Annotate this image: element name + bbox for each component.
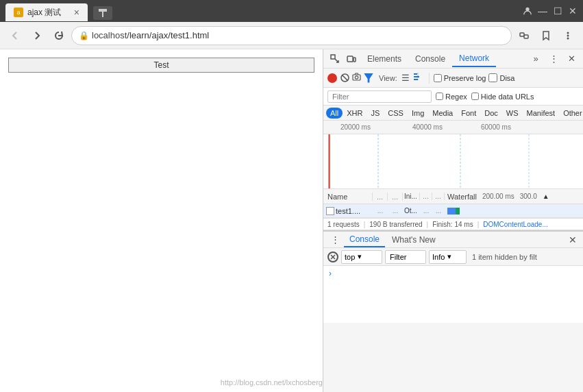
td-col3: ... <box>388 207 403 215</box>
waterfall-bar <box>447 208 460 215</box>
address-bar[interactable]: 🔒 localhost/learn/ajax/test1.html <box>71 26 512 45</box>
timeline-mark-20k: 20000 ms <box>340 123 371 131</box>
status-requests: 1 requests <box>327 221 360 228</box>
console-prompt[interactable]: › <box>329 269 578 278</box>
devtools-more: » ⋮ ✕ <box>528 51 579 66</box>
svg-rect-12 <box>353 75 360 80</box>
devtools-settings-button[interactable]: ⋮ <box>546 51 561 66</box>
nav-actions <box>514 26 578 45</box>
tab-close-button[interactable]: × <box>74 7 79 18</box>
console-clear-button[interactable] <box>327 252 338 262</box>
filter-button[interactable] <box>364 73 373 83</box>
hide-data-urls-input[interactable] <box>471 93 479 100</box>
tab-favicon: a <box>14 8 23 17</box>
th-col3[interactable]: ... <box>388 193 403 201</box>
regex-input[interactable] <box>436 93 443 100</box>
th-name[interactable]: Name <box>325 193 373 201</box>
devtools-close-button[interactable]: ✕ <box>564 51 579 66</box>
forward-button[interactable] <box>27 26 47 45</box>
status-transferred: 190 B transferred <box>369 221 422 228</box>
network-status-bar: 1 requests | 190 B transferred | Finish:… <box>323 218 583 230</box>
console-toolbar: top ▾ Filter Info ▾ 1 item hidden by fil… <box>323 248 583 266</box>
type-filter-other[interactable]: Other <box>559 108 583 119</box>
type-filter-all[interactable]: All <box>326 108 343 119</box>
th-col5[interactable]: ... <box>420 193 432 200</box>
console-filter-input[interactable]: Filter <box>385 250 426 264</box>
type-filters: All XHR JS CSS Img Media Font Doc WS Man… <box>323 106 583 121</box>
svg-rect-15 <box>414 76 419 77</box>
type-filter-font[interactable]: Font <box>457 108 480 119</box>
svg-point-1 <box>525 8 529 11</box>
th-ini[interactable]: Ini... <box>403 193 420 200</box>
profile-icon[interactable] <box>523 6 532 16</box>
preserve-log-input[interactable] <box>434 74 442 82</box>
regex-checkbox[interactable]: Regex <box>436 93 467 101</box>
console-close-button[interactable]: ✕ <box>567 234 579 246</box>
tab-console[interactable]: Console <box>408 51 452 66</box>
back-button[interactable] <box>5 26 25 45</box>
record-button[interactable] <box>327 73 337 83</box>
minimize-button[interactable]: — <box>538 6 547 16</box>
type-filter-img[interactable]: Img <box>408 108 428 119</box>
type-filter-ws[interactable]: WS <box>502 108 523 119</box>
console-context-label: top <box>345 253 355 261</box>
disable-cache-checkbox[interactable]: Disa <box>488 73 514 82</box>
browser-tab[interactable]: a ajax 测试 × <box>5 3 88 21</box>
url-path: /learn/ajax/test1.html <box>127 30 209 40</box>
preserve-log-checkbox[interactable]: Preserve log <box>434 74 486 82</box>
test-button[interactable]: Test <box>8 58 314 73</box>
console-level-dropdown[interactable]: Info ▾ <box>429 250 467 264</box>
more-button[interactable] <box>558 26 578 45</box>
waterfall-sort-icon: ▲ <box>543 193 549 200</box>
translate-button[interactable] <box>514 26 534 45</box>
device-toggle-button[interactable] <box>344 51 359 66</box>
filter-input[interactable] <box>327 90 432 103</box>
svg-rect-8 <box>347 56 353 62</box>
type-filter-manifest[interactable]: Manifest <box>523 108 560 119</box>
timeline-mark-40k: 40000 ms <box>412 123 443 131</box>
close-button[interactable]: ✕ <box>568 6 578 16</box>
tab-console-drawer[interactable]: Console <box>344 232 385 247</box>
type-filter-media[interactable]: Media <box>428 108 457 119</box>
maximize-button[interactable]: ☐ <box>553 6 562 16</box>
network-toolbar: View: ☰ Preserve log Disa <box>323 69 583 88</box>
devtools-panel: Elements Console Network » ⋮ ✕ <box>323 49 583 392</box>
type-filter-doc[interactable]: Doc <box>480 108 502 119</box>
navigation-bar: 🔒 localhost/learn/ajax/test1.html <box>0 22 583 49</box>
status-dom-link[interactable]: DOMContentLoade... <box>483 221 548 228</box>
wf-bar-segment-green <box>456 208 460 215</box>
list-view-icon[interactable]: ☰ <box>400 72 411 84</box>
new-tab-button[interactable] <box>93 6 112 20</box>
svg-rect-16 <box>414 79 418 80</box>
waterfall-ms2: 300.0 <box>520 193 537 200</box>
disable-cache-input[interactable] <box>488 73 497 82</box>
tab-elements[interactable]: Elements <box>360 51 408 66</box>
more-tabs-button[interactable]: » <box>528 51 543 66</box>
title-bar: a ajax 测试 × — ☐ ✕ <box>0 0 583 22</box>
hide-data-urls-checkbox[interactable]: Hide data URLs <box>471 93 534 101</box>
url-origin: localhost <box>92 30 127 40</box>
url-display: localhost/learn/ajax/test1.html <box>92 30 504 40</box>
th-waterfall[interactable]: Waterfall 200.00 ms 300.0 ▲ <box>445 193 582 201</box>
reload-button[interactable] <box>49 26 69 45</box>
svg-line-11 <box>343 75 347 80</box>
th-col6[interactable]: ... <box>432 193 445 200</box>
console-menu-button[interactable]: ⋮ <box>327 232 343 247</box>
tab-network[interactable]: Network <box>452 51 496 67</box>
type-filter-js[interactable]: JS <box>367 108 384 119</box>
main-content: Test http://blog.csdn.net/lxchosberg Ele… <box>0 49 583 392</box>
inspect-element-button[interactable] <box>327 51 343 66</box>
type-filter-xhr[interactable]: XHR <box>343 108 367 119</box>
waterfall-view-icon[interactable] <box>412 72 425 84</box>
filter-bar: Regex Hide data URLs <box>323 88 583 106</box>
watermark: http://blog.csdn.net/lxchosberg <box>221 378 323 387</box>
screenshot-button[interactable] <box>352 73 361 84</box>
bookmark-button[interactable] <box>536 26 556 45</box>
console-context-dropdown[interactable]: top ▾ <box>341 250 382 264</box>
type-filter-css[interactable]: CSS <box>384 108 408 119</box>
th-col2[interactable]: ... <box>373 193 388 201</box>
clear-button[interactable] <box>340 73 349 83</box>
table-row[interactable]: test1.... ... ... Ot... ... ... <box>323 204 583 218</box>
waterfall-column-label: Waterfall <box>447 193 477 201</box>
tab-whats-new[interactable]: What's New <box>386 233 441 247</box>
